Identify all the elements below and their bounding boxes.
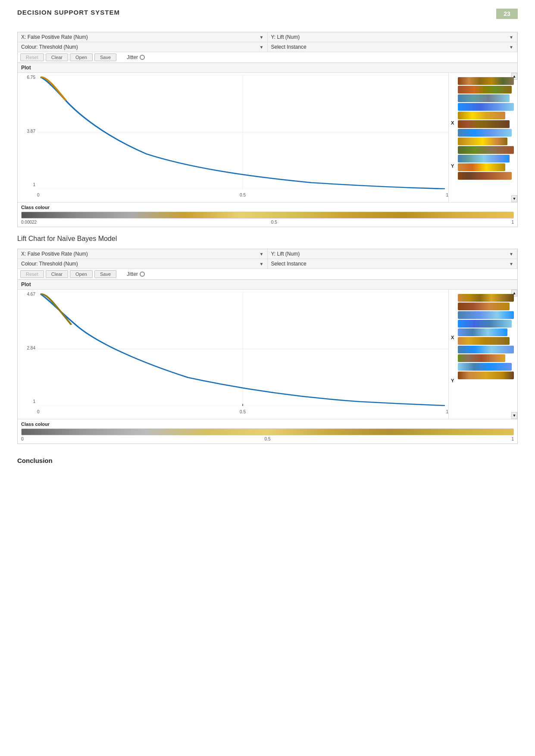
- chart2-row1: X: False Positive Rate (Num) ▼ Y: Lift (…: [18, 249, 517, 259]
- chart1-y-axis: 6.75 3.87 1: [18, 73, 37, 189]
- chart1-y-max: 6.75: [18, 75, 37, 80]
- chart1-y-mid: 3.87: [18, 129, 37, 134]
- chart1-x-arrow-icon: ▼: [260, 35, 264, 40]
- chart1-buttons: Reset Clear Open Save Jitter: [18, 52, 517, 62]
- chart2-colour-arrow-icon: ▼: [260, 262, 264, 266]
- chart2-colour-max: 1: [511, 437, 514, 441]
- chart2-buttons: Reset Clear Open Save Jitter: [18, 269, 517, 279]
- chart1-y-marker: Y: [451, 163, 454, 169]
- chart2-x-arrow-icon: ▼: [260, 252, 264, 256]
- chart2-y-marker: Y: [451, 378, 454, 383]
- chart1-x-dropdown[interactable]: X: False Positive Rate (Num) ▼: [18, 32, 268, 42]
- chart1-reset-button[interactable]: Reset: [20, 53, 44, 61]
- chart1-x-axis: 0 0.5 1: [37, 191, 448, 202]
- chart2-scale-labels: 0 0.5 1: [21, 437, 514, 441]
- chart1-y-dropdown[interactable]: Y: Lift (Num) ▼: [268, 32, 518, 42]
- chart1-colour-mid: 0.5: [271, 220, 277, 225]
- chart1-gradient: [21, 212, 514, 219]
- chart2-y-dropdown[interactable]: Y: Lift (Num) ▼: [268, 249, 518, 259]
- chart2-y-arrow-icon: ▼: [509, 252, 513, 256]
- chart2-colour-mid: 0.5: [265, 437, 271, 441]
- chart1-row2: Colour: Threshold (Num) ▼ Select Instanc…: [18, 42, 517, 52]
- chart2-reset-button[interactable]: Reset: [20, 270, 44, 278]
- chart2-row3: Reset Clear Open Save Jitter: [18, 269, 517, 279]
- chart2-plot-label: Plot: [18, 280, 517, 290]
- chart1-save-button[interactable]: Save: [94, 53, 116, 61]
- chart2-colour-dropdown[interactable]: Colour: Threshold (Num) ▼: [18, 259, 268, 269]
- chart1-instance-arrow-icon: ▼: [509, 45, 513, 50]
- chart2-x-dropdown[interactable]: X: False Positive Rate (Num) ▼: [18, 249, 268, 259]
- chart1-x-min: 0: [37, 193, 40, 197]
- chart2-svg-area: [37, 292, 448, 406]
- chart1-legend-content: X Y: [449, 73, 517, 202]
- chart1-row3: Reset Clear Open Save Jitter: [18, 52, 517, 62]
- conclusion-title: Conclusion: [17, 457, 518, 464]
- page-header: DECISION SUPPORT SYSTEM 23: [17, 9, 518, 19]
- chart2-toolbar: X: False Positive Rate (Num) ▼ Y: Lift (…: [18, 249, 517, 280]
- chart1-area: 6.75 3.87 1 0: [18, 73, 517, 202]
- page-number: 23: [496, 9, 518, 19]
- chart1-class-colour-label: Class colour: [21, 205, 514, 210]
- chart1-colour-arrow-icon: ▼: [260, 45, 264, 50]
- chart2-x-min: 0: [37, 409, 40, 414]
- chart2-class-colour: Class colour 0 0.5 1: [18, 419, 517, 444]
- chart2-x-axis: 0 0.5 1: [37, 408, 448, 419]
- chart2-open-button[interactable]: Open: [70, 270, 93, 278]
- chart1-instance-dropdown[interactable]: Select Instance ▼: [268, 42, 518, 52]
- chart2-x-mid: 0.5: [240, 409, 246, 414]
- chart1-legend: ▲ X Y: [448, 73, 517, 202]
- chart2-y-axis: 4.67 2.84 1: [18, 290, 37, 406]
- chart1-jitter-radio[interactable]: [140, 55, 145, 60]
- chart2-jitter: Jitter: [127, 271, 145, 277]
- page-title: DECISION SUPPORT SYSTEM: [17, 9, 120, 16]
- chart2-colour-min: 0: [21, 437, 24, 441]
- chart2-instance-arrow-icon: ▼: [509, 262, 513, 266]
- chart2-area: 4.67 2.84 1 0: [18, 290, 517, 419]
- chart1-class-colour: Class colour 0.00022 0.5 1: [18, 202, 517, 227]
- chart1-clear-button[interactable]: Clear: [46, 53, 68, 61]
- chart2-container: X: False Positive Rate (Num) ▼ Y: Lift (…: [17, 249, 518, 444]
- chart1-main: 6.75 3.87 1 0: [18, 73, 448, 202]
- chart2-clear-button[interactable]: Clear: [46, 270, 68, 278]
- chart1-plot-label: Plot: [18, 63, 517, 73]
- chart2-save-button[interactable]: Save: [94, 270, 116, 278]
- chart2-legend: ▲ X Y ▼: [448, 290, 517, 419]
- chart1-scroll-down[interactable]: ▼: [511, 195, 517, 202]
- chart1-toolbar: X: False Positive Rate (Num) ▼ Y: Lift (…: [18, 32, 517, 63]
- chart1-row1: X: False Positive Rate (Num) ▼ Y: Lift (…: [18, 32, 517, 42]
- chart2-main: 4.67 2.84 1 0: [18, 290, 448, 419]
- chart1-x-marker: X: [451, 120, 454, 125]
- chart1-jitter: Jitter: [127, 54, 145, 60]
- chart1-x-mid: 0.5: [240, 193, 246, 197]
- chart2-x-marker: X: [451, 335, 454, 340]
- chart2-jitter-radio[interactable]: [140, 272, 145, 277]
- chart1-container: X: False Positive Rate (Num) ▼ Y: Lift (…: [17, 32, 518, 227]
- chart2-legend-content: X Y: [449, 290, 517, 419]
- chart2-y-mid: 2.84: [18, 346, 37, 350]
- chart2-y-min: 1: [18, 399, 37, 404]
- chart1-section-title: Lift Chart for Naïve Bayes Model: [17, 235, 518, 243]
- chart1-open-button[interactable]: Open: [70, 53, 93, 61]
- chart2-class-colour-label: Class colour: [21, 422, 514, 427]
- chart1-svg-area: [37, 75, 448, 189]
- chart1-y-min: 1: [18, 182, 37, 187]
- chart2-scroll-down[interactable]: ▼: [511, 412, 517, 419]
- chart2-instance-dropdown[interactable]: Select Instance ▼: [268, 259, 518, 269]
- chart2-gradient: [21, 428, 514, 435]
- chart2-y-max: 4.67: [18, 292, 37, 297]
- chart1-y-arrow-icon: ▼: [509, 35, 513, 40]
- chart1-colour-dropdown[interactable]: Colour: Threshold (Num) ▼: [18, 42, 268, 52]
- chart1-colour-min: 0.00022: [21, 220, 37, 225]
- chart2-row2: Colour: Threshold (Num) ▼ Select Instanc…: [18, 259, 517, 269]
- chart1-colour-max: 1: [511, 220, 514, 225]
- chart1-scale-labels: 0.00022 0.5 1: [21, 220, 514, 225]
